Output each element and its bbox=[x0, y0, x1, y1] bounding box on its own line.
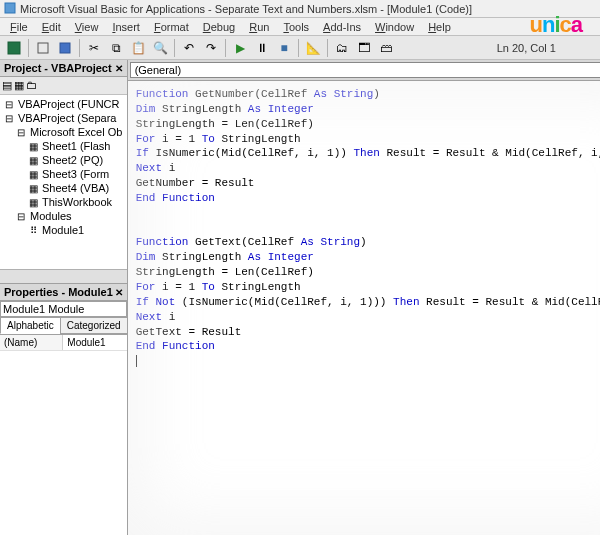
project-panel-title: Project - VBAProject bbox=[4, 62, 112, 74]
view-excel-icon[interactable] bbox=[4, 38, 24, 58]
properties-window-icon[interactable]: 🗔 bbox=[354, 38, 374, 58]
object-browser-icon[interactable]: 🗃 bbox=[376, 38, 396, 58]
code-token: GetText(CellRef bbox=[188, 236, 300, 248]
tree-item[interactable]: ▦Sheet2 (PQ) bbox=[2, 153, 125, 167]
close-icon[interactable]: ✕ bbox=[115, 63, 123, 74]
window-title: Microsoft Visual Basic for Applications … bbox=[20, 3, 472, 15]
keyword-token: Then bbox=[353, 147, 379, 159]
object-dropdown[interactable]: (General) ▾ bbox=[130, 62, 600, 78]
menu-addins[interactable]: Add-Ins bbox=[317, 19, 367, 35]
keyword-token: As Integer bbox=[248, 251, 314, 263]
properties-tabs: Alphabetic Categorized bbox=[0, 317, 127, 335]
tree-item[interactable]: ⠿Module1 bbox=[2, 223, 125, 237]
tree-item[interactable]: ▦Sheet1 (Flash bbox=[2, 139, 125, 153]
keyword-token: Function bbox=[136, 236, 189, 248]
tree-item[interactable]: ⊟Microsoft Excel Ob bbox=[2, 125, 125, 139]
menu-debug[interactable]: Debug bbox=[197, 19, 241, 35]
tree-node-icon: ▦ bbox=[26, 183, 40, 194]
code-token: ) bbox=[373, 88, 380, 100]
tree-node-icon: ⊟ bbox=[2, 99, 16, 110]
toggle-folders-icon[interactable]: 🗀 bbox=[26, 79, 37, 92]
code-token: StringLength = Len(CellRef) bbox=[136, 266, 314, 278]
title-bar: Microsoft Visual Basic for Applications … bbox=[0, 0, 600, 18]
code-token: StringLength bbox=[215, 133, 301, 145]
app-icon bbox=[4, 2, 16, 16]
code-token: GetNumber(CellRef bbox=[188, 88, 313, 100]
keyword-token: End Function bbox=[136, 340, 215, 352]
keyword-token: For bbox=[136, 133, 156, 145]
project-explorer-icon[interactable]: 🗂 bbox=[332, 38, 352, 58]
keyword-token: As String bbox=[301, 236, 360, 248]
menu-insert[interactable]: Insert bbox=[106, 19, 146, 35]
main-toolbar: ✂ ⧉ 📋 🔍 ↶ ↷ ▶ ⏸ ■ 📐 🗂 🗔 🗃 Ln 20, Col 1 bbox=[0, 36, 600, 60]
code-token: i bbox=[162, 311, 175, 323]
close-icon[interactable]: ✕ bbox=[115, 287, 123, 298]
undo-icon[interactable]: ↶ bbox=[179, 38, 199, 58]
menu-view[interactable]: View bbox=[69, 19, 105, 35]
code-token: StringLength = Len(CellRef) bbox=[136, 118, 314, 130]
code-token: Result = Result & Mid(CellRef, i, 1) bbox=[419, 296, 600, 308]
paste-icon[interactable]: 📋 bbox=[128, 38, 148, 58]
find-icon[interactable]: 🔍 bbox=[150, 38, 170, 58]
tree-item-label: Modules bbox=[30, 210, 72, 222]
keyword-token: As String bbox=[314, 88, 373, 100]
tree-node-icon: ▦ bbox=[26, 169, 40, 180]
tree-item-label: Module1 bbox=[42, 224, 84, 236]
tree-item[interactable]: ▦ThisWorkbook bbox=[2, 195, 125, 209]
menu-file[interactable]: File bbox=[4, 19, 34, 35]
menu-tools[interactable]: Tools bbox=[277, 19, 315, 35]
run-icon[interactable]: ▶ bbox=[230, 38, 250, 58]
cut-icon[interactable]: ✂ bbox=[84, 38, 104, 58]
menu-bar: File Edit View Insert Format Debug Run T… bbox=[0, 18, 600, 36]
horizontal-scrollbar[interactable] bbox=[0, 269, 127, 283]
properties-object-selector[interactable]: Module1 Module bbox=[0, 301, 127, 317]
code-token: StringLength bbox=[155, 251, 247, 263]
menu-run[interactable]: Run bbox=[243, 19, 275, 35]
cursor-position: Ln 20, Col 1 bbox=[497, 42, 556, 54]
properties-grid[interactable]: (Name)Module1 bbox=[0, 335, 127, 535]
svg-rect-1 bbox=[8, 42, 20, 54]
code-token: (IsNumeric(Mid(CellRef, i, 1))) bbox=[175, 296, 393, 308]
insert-icon[interactable] bbox=[33, 38, 53, 58]
tree-item-label: Sheet2 (PQ) bbox=[42, 154, 103, 166]
code-editor[interactable]: Function GetNumber(CellRef As String) Di… bbox=[128, 81, 600, 535]
code-token: ) bbox=[360, 236, 367, 248]
keyword-token: If bbox=[136, 147, 149, 159]
menu-edit[interactable]: Edit bbox=[36, 19, 67, 35]
menu-window[interactable]: Window bbox=[369, 19, 420, 35]
break-icon[interactable]: ⏸ bbox=[252, 38, 272, 58]
design-mode-icon[interactable]: 📐 bbox=[303, 38, 323, 58]
tree-item[interactable]: ⊟VBAProject (Separa bbox=[2, 111, 125, 125]
tree-node-icon: ⊟ bbox=[2, 113, 16, 124]
tree-item[interactable]: ⊟Modules bbox=[2, 209, 125, 223]
project-tree[interactable]: ⊟VBAProject (FUNCR⊟VBAProject (Separa⊟Mi… bbox=[0, 95, 127, 269]
menu-help[interactable]: Help bbox=[422, 19, 457, 35]
watermark-logo: unica bbox=[529, 12, 582, 38]
tree-item-label: VBAProject (FUNCR bbox=[18, 98, 119, 110]
svg-rect-0 bbox=[5, 3, 15, 13]
reset-icon[interactable]: ■ bbox=[274, 38, 294, 58]
keyword-token: End Function bbox=[136, 192, 215, 204]
redo-icon[interactable]: ↷ bbox=[201, 38, 221, 58]
code-token: StringLength bbox=[155, 103, 247, 115]
view-code-icon[interactable]: ▤ bbox=[2, 79, 12, 92]
property-value[interactable]: Module1 bbox=[63, 335, 126, 350]
tree-item[interactable]: ▦Sheet3 (Form bbox=[2, 167, 125, 181]
tree-item[interactable]: ▦Sheet4 (VBA) bbox=[2, 181, 125, 195]
tree-node-icon: ⊟ bbox=[14, 127, 28, 138]
code-token: IsNumeric(Mid(CellRef, i, 1)) bbox=[149, 147, 354, 159]
tab-categorized[interactable]: Categorized bbox=[60, 317, 128, 334]
properties-panel-header: Properties - Module1 ✕ bbox=[0, 284, 127, 301]
property-row[interactable]: (Name)Module1 bbox=[0, 335, 127, 351]
copy-icon[interactable]: ⧉ bbox=[106, 38, 126, 58]
code-token: GetText = Result bbox=[136, 326, 242, 338]
svg-rect-2 bbox=[38, 43, 48, 53]
tree-item[interactable]: ⊟VBAProject (FUNCR bbox=[2, 97, 125, 111]
menu-format[interactable]: Format bbox=[148, 19, 195, 35]
tab-alphabetic[interactable]: Alphabetic bbox=[0, 317, 61, 334]
keyword-token: Next bbox=[136, 311, 162, 323]
tree-node-icon: ▦ bbox=[26, 155, 40, 166]
save-icon[interactable] bbox=[55, 38, 75, 58]
keyword-token: Dim bbox=[136, 103, 156, 115]
view-object-icon[interactable]: ▦ bbox=[14, 79, 24, 92]
